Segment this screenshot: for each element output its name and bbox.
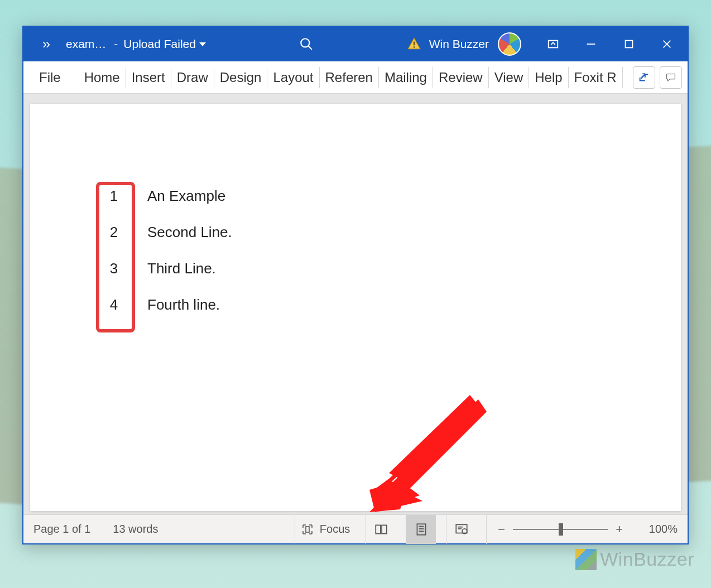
document-name: exam… [64, 36, 108, 52]
account-username[interactable]: Win Buzzer [429, 37, 489, 51]
zoom-percent[interactable]: 100% [644, 523, 678, 536]
search-icon[interactable] [294, 37, 319, 51]
document-line: 4 Fourth line. [97, 296, 681, 314]
ribbon-display-options-button[interactable] [537, 27, 569, 61]
word-count[interactable]: 13 words [113, 523, 158, 536]
svg-rect-14 [417, 524, 425, 535]
document-line: 3 Third Line. [97, 260, 681, 277]
line-text[interactable]: Fourth line. [147, 296, 220, 314]
tab-mailings[interactable]: Mailing [379, 67, 433, 88]
tab-insert[interactable]: Insert [126, 67, 171, 88]
quick-access-overflow[interactable]: ›› [33, 36, 58, 52]
avatar[interactable] [498, 32, 521, 56]
tab-layout[interactable]: Layout [267, 67, 319, 88]
document-line: 1 An Example [97, 187, 681, 205]
line-number: 2 [97, 224, 131, 241]
tab-help[interactable]: Help [529, 67, 568, 88]
document-area: 1 An Example 2 Second Line. 3 Third Line… [23, 94, 688, 514]
tab-review[interactable]: Review [433, 67, 489, 88]
svg-rect-4 [414, 42, 415, 46]
upload-status-dropdown[interactable]: Upload Failed [123, 37, 206, 51]
ribbon-tabs: File Home Insert Draw Design Layout Refe… [23, 61, 688, 94]
titlebar: ›› exam… - Upload Failed Win Buzzer [23, 27, 688, 61]
focus-mode-button[interactable]: Focus [295, 515, 356, 544]
chevron-down-icon [199, 42, 206, 46]
svg-rect-13 [306, 527, 309, 532]
tab-file[interactable]: File [33, 67, 66, 88]
maximize-button[interactable] [613, 27, 645, 61]
zoom-slider: − + [486, 515, 634, 544]
document-line: 2 Second Line. [97, 224, 681, 241]
watermark: WinBuzzer [575, 548, 694, 570]
tab-draw[interactable]: Draw [171, 67, 214, 88]
svg-rect-5 [414, 46, 415, 47]
zoom-out-button[interactable]: − [496, 522, 507, 537]
word-window: ›› exam… - Upload Failed Win Buzzer [22, 26, 689, 544]
line-number: 3 [97, 260, 131, 277]
line-number: 4 [97, 296, 131, 314]
tab-design[interactable]: Design [214, 67, 268, 88]
close-button[interactable] [651, 27, 683, 61]
line-text[interactable]: Second Line. [147, 224, 232, 241]
share-button[interactable] [633, 66, 655, 89]
zoom-track[interactable] [513, 529, 608, 530]
read-mode-view-button[interactable] [366, 515, 396, 544]
zoom-in-button[interactable]: + [613, 522, 625, 537]
minimize-button[interactable] [575, 27, 607, 61]
web-layout-view-button[interactable] [446, 515, 476, 544]
tab-view[interactable]: View [489, 67, 530, 88]
line-number: 1 [97, 187, 131, 205]
tab-home[interactable]: Home [79, 67, 126, 88]
svg-line-1 [308, 46, 312, 50]
svg-point-0 [301, 38, 309, 47]
warning-icon[interactable] [407, 37, 421, 51]
tab-references[interactable]: Referen [320, 67, 379, 88]
zoom-thumb[interactable] [559, 523, 563, 536]
line-text[interactable]: An Example [147, 187, 225, 205]
document-page[interactable]: 1 An Example 2 Second Line. 3 Third Line… [30, 104, 681, 511]
svg-rect-6 [549, 41, 558, 48]
document-title-area[interactable]: exam… - Upload Failed [64, 36, 206, 52]
svg-rect-8 [626, 41, 633, 48]
tab-foxit[interactable]: Foxit R [569, 67, 623, 88]
focus-label: Focus [320, 523, 350, 536]
page-indicator[interactable]: Page 1 of 1 [33, 523, 90, 536]
comments-button[interactable] [660, 66, 682, 89]
print-layout-view-button[interactable] [406, 515, 436, 544]
winbuzzer-logo-icon [575, 549, 597, 570]
watermark-text: WinBuzzer [600, 548, 694, 570]
statusbar: Page 1 of 1 13 words Focus − + 100% [23, 514, 688, 543]
line-text[interactable]: Third Line. [147, 260, 216, 277]
upload-status-label: Upload Failed [123, 37, 196, 51]
dash: - [114, 37, 118, 51]
